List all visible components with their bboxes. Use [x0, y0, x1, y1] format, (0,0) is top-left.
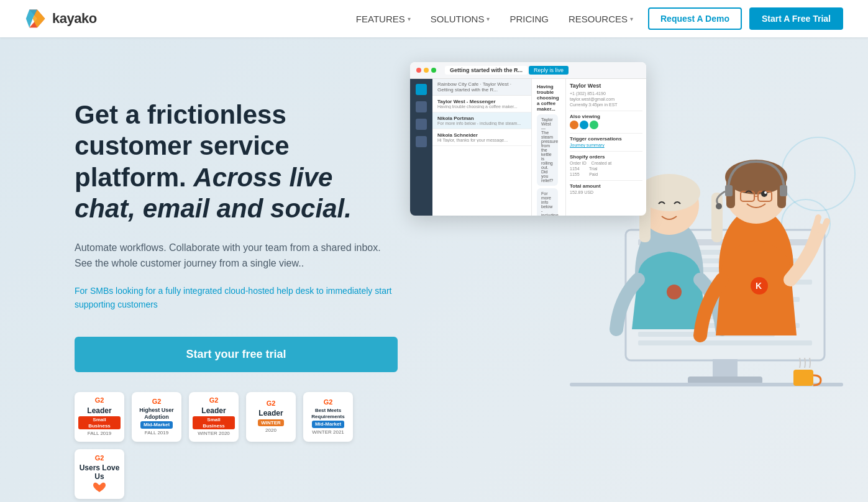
dash-icon-settings — [416, 136, 427, 147]
nav-solutions[interactable]: SOLUTIONS ▾ — [431, 14, 490, 24]
kayako-logo-icon — [25, 7, 47, 30]
dash-tabs: Getting started with the R... Reply is l… — [445, 66, 569, 75]
start-trial-nav-button[interactable]: Start A Free Trial — [749, 7, 843, 30]
svg-point-35 — [716, 203, 722, 209]
badge-leader-small-biz: G2 Leader Small Business FALL 2019 — [75, 392, 124, 442]
hero-smb-text: For SMBs looking for a fully integrated … — [75, 284, 398, 312]
close-dot — [416, 68, 421, 73]
journey-section: Trigger conversations — [570, 133, 642, 142]
msg-preview: For more info below - including the stea… — [437, 121, 526, 126]
badge-best-meets: G2 Best Meets Requirements Mid-Market WI… — [303, 392, 353, 442]
svg-rect-34 — [780, 185, 787, 196]
logo-link[interactable]: kayako — [25, 7, 97, 30]
chevron-down-icon: ▾ — [630, 16, 633, 22]
journey-link[interactable]: Journey summary — [570, 143, 642, 147]
contact-email: taylor.west@gmail.com — [570, 97, 642, 101]
dash-icon-reports — [416, 119, 427, 130]
badge-leader-winter: G2 Leader Small Business WINTER 2020 — [189, 392, 239, 442]
nav-resources[interactable]: RESOURCES ▾ — [569, 14, 633, 24]
svg-point-36 — [761, 191, 767, 197]
order-2: 1155 Paid — [570, 172, 642, 176]
hero-section: Get a frictionless customer service plat… — [0, 37, 868, 502]
chevron-down-icon: ▾ — [487, 16, 490, 22]
dash-icon-users — [416, 101, 427, 112]
conversation-view: Having trouble choosing a coffee maker..… — [532, 79, 565, 216]
contact-phone: +1 (302) 851-4190 — [570, 91, 642, 96]
message-1: Taylor West — The steam pressure from th… — [537, 114, 558, 186]
maximize-dot — [431, 68, 436, 73]
contact-timezone: Currently 3:45pm in EST — [570, 103, 642, 107]
window-controls — [416, 68, 436, 73]
message-2: For more info below - including the stea… — [537, 188, 558, 216]
dashboard-screenshot: Getting started with the R... Reply is l… — [410, 62, 646, 216]
dash-sidebar — [410, 79, 432, 216]
contact-name: Taylor West - Messenger — [437, 99, 526, 104]
start-trial-hero-button[interactable]: Start your free trial — [75, 337, 398, 372]
dash-icon-inbox — [416, 84, 427, 95]
badge-users-love-us: G2 Users Love Us — [75, 449, 124, 499]
avatar-1 — [570, 121, 578, 129]
contact-full-name: Taylor West — [570, 83, 642, 89]
conversation-list: Rainbow City Cafe · Taylor West · Gettin… — [432, 79, 532, 216]
active-tab: Getting started with the R... — [445, 66, 528, 75]
nav-pricing[interactable]: PRICING — [509, 14, 549, 24]
avatar-3 — [590, 121, 598, 129]
total-amount: 152.89 USD — [570, 190, 642, 194]
nav-features[interactable]: FEATURES ▾ — [356, 14, 411, 24]
order-id: Order ID Created at — [570, 161, 642, 165]
svg-point-37 — [764, 191, 767, 194]
badge-leader-winter-2: G2 Leader WINTER 2020 — [246, 392, 296, 442]
logo-text: kayako — [52, 11, 97, 27]
list-item-2[interactable]: Nikola Portman For more info below - inc… — [432, 112, 531, 129]
hero-content: Get a frictionless customer service plat… — [75, 75, 398, 499]
avatar-group — [570, 121, 642, 129]
svg-line-41 — [820, 221, 827, 237]
heart-icon — [90, 481, 109, 494]
badge-highest-adoption: G2 Highest User Adoption Mid-Market FALL… — [132, 392, 181, 442]
avatar-2 — [580, 121, 588, 129]
total-section: Total amount — [570, 180, 642, 189]
badges-container: G2 Leader Small Business FALL 2019 G2 Hi… — [75, 392, 398, 499]
svg-point-24 — [667, 285, 682, 299]
svg-rect-42 — [793, 370, 813, 386]
reply-tab: Reply is live — [529, 66, 569, 75]
conv-header: Having trouble choosing a coffee maker..… — [537, 84, 560, 112]
request-demo-button[interactable]: Request A Demo — [648, 7, 742, 30]
list-item-3[interactable]: Nikola Schneider Hi Taylor, thanks for y… — [432, 129, 531, 146]
dash-body: Rainbow City Cafe · Taylor West · Gettin… — [410, 79, 646, 216]
chevron-down-icon: ▾ — [408, 16, 411, 22]
contact-panel: Taylor West +1 (302) 851-4190 taylor.wes… — [565, 79, 646, 216]
section-label: Also viewing — [570, 111, 642, 119]
list-item-1[interactable]: Taylor West - Messenger Having trouble c… — [432, 96, 531, 112]
hero-headline: Get a frictionless customer service plat… — [75, 99, 398, 225]
msg-preview: Having trouble choosing a coffee maker..… — [437, 104, 526, 109]
navigation: kayako FEATURES ▾ SOLUTIONS ▾ PRICING RE… — [0, 0, 868, 37]
hero-visual: Getting started with the R... Reply is l… — [398, 75, 843, 447]
orders-section: Shopify orders — [570, 151, 642, 160]
hero-subtext: Automate workflows. Collaborate with you… — [75, 240, 398, 272]
minimize-dot — [424, 68, 429, 73]
order-1: 1154 Trial — [570, 167, 642, 171]
contact-name: Nikola Schneider — [437, 132, 526, 138]
svg-rect-16 — [713, 359, 738, 376]
dash-header: Getting started with the R... Reply is l… — [410, 62, 646, 79]
svg-text:K: K — [756, 281, 762, 291]
contact-name: Nikola Portman — [437, 116, 526, 121]
svg-rect-33 — [725, 185, 733, 196]
nav-links: FEATURES ▾ SOLUTIONS ▾ PRICING RESOURCES… — [356, 14, 633, 24]
msg-preview: Hi Taylor, thanks for your message... — [437, 138, 526, 142]
list-header: Rainbow City Cafe · Taylor West · Gettin… — [432, 79, 531, 96]
svg-rect-15 — [638, 340, 812, 345]
